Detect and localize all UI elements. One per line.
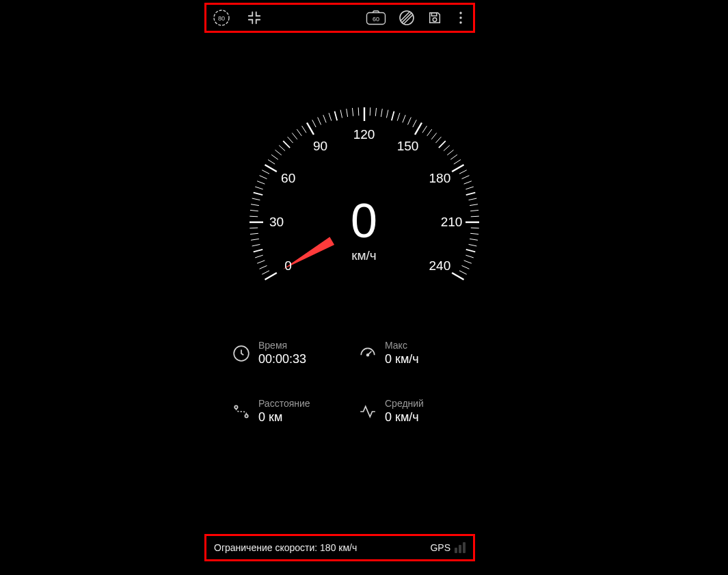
- svg-line-35: [271, 155, 278, 159]
- svg-line-32: [262, 170, 269, 174]
- svg-line-73: [452, 165, 463, 172]
- svg-line-57: [386, 110, 388, 118]
- gauge-tick-240: 240: [429, 258, 450, 273]
- svg-line-66: [431, 133, 437, 139]
- svg-point-96: [367, 353, 369, 356]
- stat-avg-value: 0 км/ч: [385, 410, 424, 425]
- svg-line-42: [301, 126, 306, 133]
- svg-rect-8: [431, 13, 436, 16]
- svg-line-29: [255, 187, 262, 189]
- gauge-tick-0: 0: [284, 258, 292, 273]
- svg-line-68: [438, 141, 445, 148]
- save-icon[interactable]: [427, 10, 442, 25]
- gps-indicator: GPS: [430, 542, 466, 553]
- camera-speed-icon[interactable]: 60: [366, 10, 386, 25]
- svg-point-10: [459, 12, 461, 14]
- gps-signal-bars-icon: [455, 542, 466, 553]
- svg-line-43: [307, 123, 314, 135]
- svg-point-9: [433, 18, 437, 22]
- svg-line-37: [279, 146, 285, 151]
- svg-line-75: [461, 176, 469, 179]
- svg-line-71: [450, 155, 457, 159]
- svg-line-39: [287, 137, 293, 143]
- svg-line-54: [370, 107, 370, 116]
- stat-distance-label: Расстояние: [258, 398, 310, 409]
- svg-line-41: [297, 129, 301, 136]
- svg-line-61: [407, 118, 411, 125]
- bottom-bar: Ограничение скорости: 180 км/ч GPS: [204, 534, 475, 561]
- svg-line-46: [323, 115, 325, 122]
- speed-limit-text: Ограничение скорости: 180 км/ч: [214, 542, 357, 553]
- svg-line-60: [402, 115, 405, 122]
- svg-line-93: [452, 273, 463, 280]
- svg-line-76: [463, 181, 471, 184]
- svg-line-13: [265, 273, 276, 280]
- stat-time-value: 00:00:33: [258, 352, 306, 366]
- toolbar: 80 60: [204, 3, 475, 33]
- stat-distance: Расстояние 0 км: [232, 398, 352, 425]
- more-menu-icon[interactable]: [455, 10, 467, 25]
- svg-line-67: [435, 137, 441, 143]
- gps-label: GPS: [430, 542, 450, 553]
- svg-line-45: [317, 118, 321, 125]
- svg-line-55: [375, 108, 376, 116]
- svg-line-47: [329, 113, 332, 120]
- svg-line-64: [422, 126, 427, 133]
- gauge-max-icon: [359, 345, 377, 362]
- no-limit-icon[interactable]: [399, 10, 415, 26]
- gauge-tick-150: 150: [397, 139, 419, 154]
- svg-line-74: [459, 170, 466, 174]
- speed-unit: км/ч: [234, 248, 494, 263]
- svg-line-62: [412, 120, 416, 127]
- svg-line-49: [340, 110, 342, 118]
- svg-line-63: [415, 123, 422, 135]
- stat-time-label: Время: [258, 340, 306, 351]
- wave-avg-icon: [359, 403, 377, 420]
- stat-avg: Средний 0 км/ч: [359, 398, 478, 425]
- svg-line-92: [459, 271, 466, 274]
- svg-text:60: 60: [373, 16, 379, 23]
- speedometer-gauge: 0 км/ч 0306090120150180210240: [234, 92, 494, 352]
- svg-line-59: [397, 113, 400, 120]
- svg-line-34: [268, 160, 275, 165]
- stat-avg-label: Средний: [385, 398, 424, 409]
- svg-line-38: [283, 141, 290, 148]
- svg-line-58: [391, 111, 394, 121]
- svg-line-50: [346, 109, 347, 117]
- stat-max-value: 0 км/ч: [385, 352, 419, 366]
- svg-line-91: [461, 265, 469, 269]
- svg-line-36: [275, 150, 281, 155]
- svg-line-51: [352, 108, 353, 116]
- stat-max-label: Макс: [385, 340, 419, 351]
- gauge-tick-90: 90: [313, 139, 327, 154]
- svg-line-14: [262, 271, 269, 274]
- svg-line-44: [312, 120, 315, 127]
- svg-line-31: [259, 176, 267, 179]
- svg-line-70: [447, 150, 453, 155]
- svg-line-65: [427, 129, 431, 136]
- svg-text:80: 80: [218, 15, 225, 22]
- stat-max: Макс 0 км/ч: [359, 340, 478, 366]
- svg-line-77: [466, 187, 473, 189]
- svg-line-56: [381, 109, 382, 117]
- gauge-tick-180: 180: [429, 171, 450, 186]
- svg-line-72: [453, 160, 460, 165]
- svg-line-30: [257, 181, 265, 184]
- speed-limit-icon[interactable]: 80: [213, 9, 230, 27]
- stat-time: Время 00:00:33: [232, 340, 352, 366]
- stat-distance-value: 0 км: [258, 410, 310, 425]
- svg-line-40: [292, 133, 297, 139]
- gauge-tick-60: 60: [281, 171, 295, 186]
- svg-line-33: [265, 165, 276, 172]
- svg-point-11: [459, 16, 461, 18]
- route-icon: [232, 403, 250, 420]
- svg-point-97: [234, 405, 237, 408]
- clock-icon: [232, 345, 250, 362]
- svg-line-69: [443, 146, 449, 151]
- svg-point-98: [245, 414, 247, 417]
- fullscreen-collapse-icon[interactable]: [247, 10, 262, 25]
- gauge-tick-120: 120: [353, 127, 375, 142]
- svg-line-48: [334, 111, 337, 121]
- gauge-tick-30: 30: [269, 215, 284, 230]
- gauge-tick-210: 210: [441, 215, 463, 230]
